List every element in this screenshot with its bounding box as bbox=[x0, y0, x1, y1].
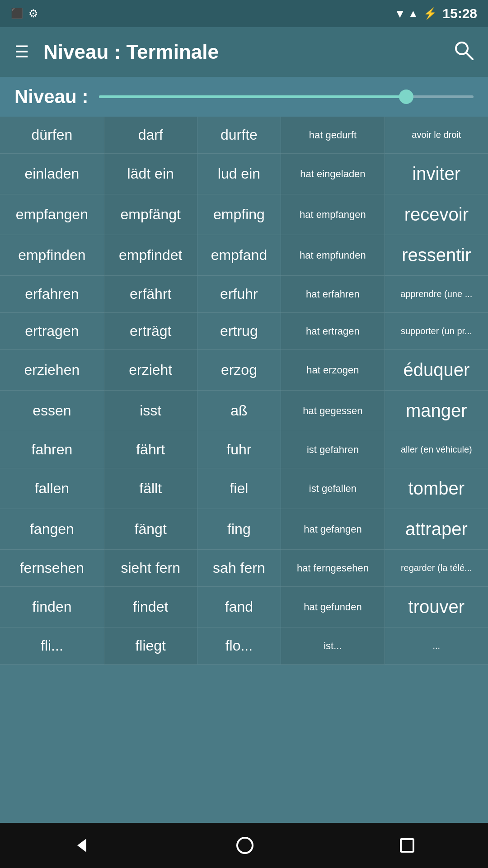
table-row[interactable]: fernsehen sieht fern sah fern hat fernge… bbox=[0, 550, 488, 587]
cell-preterit: fiel bbox=[197, 468, 281, 509]
cell-participe: ist gefahren bbox=[281, 431, 385, 468]
cell-infinitiv: erfahren bbox=[0, 276, 104, 313]
cell-french: tomber bbox=[385, 468, 488, 509]
table-row[interactable]: empfangen empfängt empfing hat empfangen… bbox=[0, 194, 488, 235]
signal-icon: ▲ bbox=[408, 8, 418, 19]
cell-present: lädt ein bbox=[104, 154, 197, 194]
cell-participe: hat gefangen bbox=[281, 509, 385, 550]
cell-present: findet bbox=[104, 587, 197, 627]
cell-infinitiv: fallen bbox=[0, 468, 104, 509]
cell-preterit: fing bbox=[197, 509, 281, 550]
table-row[interactable]: fli... fliegt flo... ist... ... bbox=[0, 627, 488, 665]
table-row[interactable]: essen isst aß hat gegessen manger bbox=[0, 391, 488, 431]
cell-participe: hat erzogen bbox=[281, 350, 385, 391]
cell-infinitiv: fernsehen bbox=[0, 550, 104, 587]
svg-rect-4 bbox=[401, 839, 413, 852]
slider-thumb[interactable] bbox=[399, 90, 413, 104]
cell-present: isst bbox=[104, 391, 197, 431]
cell-present: empfängt bbox=[104, 194, 197, 235]
recent-apps-button[interactable] bbox=[381, 832, 433, 859]
table-row[interactable]: fangen fängt fing hat gefangen attraper bbox=[0, 509, 488, 550]
cell-french: apprendre (une ... bbox=[385, 276, 488, 313]
menu-icon[interactable]: ☰ bbox=[14, 44, 29, 60]
svg-point-3 bbox=[237, 838, 253, 853]
svg-marker-2 bbox=[77, 839, 86, 852]
word-table: dürfen darf durfte hat gedurft avoir le … bbox=[0, 117, 488, 665]
cell-infinitiv: fahren bbox=[0, 431, 104, 468]
cell-participe: ist gefallen bbox=[281, 468, 385, 509]
cell-participe: hat empfangen bbox=[281, 194, 385, 235]
cell-french: avoir le droit bbox=[385, 117, 488, 154]
cell-preterit: aß bbox=[197, 391, 281, 431]
app-title: Niveau : Terminale bbox=[43, 41, 454, 63]
cell-participe: hat erfahren bbox=[281, 276, 385, 313]
search-icon[interactable] bbox=[454, 40, 474, 64]
cell-participe: hat ertragen bbox=[281, 313, 385, 350]
table-row[interactable]: fallen fällt fiel ist gefallen tomber bbox=[0, 468, 488, 509]
cell-infinitiv: dürfen bbox=[0, 117, 104, 154]
cell-preterit: fand bbox=[197, 587, 281, 627]
cell-participe: ist... bbox=[281, 627, 385, 665]
cell-preterit: empfing bbox=[197, 194, 281, 235]
back-button[interactable] bbox=[55, 831, 109, 860]
cell-french: regarder (la télé... bbox=[385, 550, 488, 587]
cell-participe: hat ferngesehen bbox=[281, 550, 385, 587]
cell-french: aller (en véhicule) bbox=[385, 431, 488, 468]
level-label: Niveau : bbox=[14, 86, 88, 108]
word-table-container: dürfen darf durfte hat gedurft avoir le … bbox=[0, 117, 488, 823]
image-icon: ⬛ bbox=[11, 8, 23, 19]
level-bar: Niveau : bbox=[0, 77, 488, 117]
cell-present: darf bbox=[104, 117, 197, 154]
table-row[interactable]: dürfen darf durfte hat gedurft avoir le … bbox=[0, 117, 488, 154]
cell-french: éduquer bbox=[385, 350, 488, 391]
cell-participe: hat gefunden bbox=[281, 587, 385, 627]
cell-preterit: flo... bbox=[197, 627, 281, 665]
slider-fill bbox=[99, 95, 406, 98]
cell-present: empfindet bbox=[104, 235, 197, 276]
cell-infinitiv: empfinden bbox=[0, 235, 104, 276]
cell-preterit: erfuhr bbox=[197, 276, 281, 313]
level-slider[interactable] bbox=[99, 94, 474, 99]
cell-present: sieht fern bbox=[104, 550, 197, 587]
app-bar: ☰ Niveau : Terminale bbox=[0, 27, 488, 77]
table-row[interactable]: erziehen erzieht erzog hat erzogen éduqu… bbox=[0, 350, 488, 391]
cell-present: erfährt bbox=[104, 276, 197, 313]
cell-preterit: durfte bbox=[197, 117, 281, 154]
bottom-nav bbox=[0, 823, 488, 868]
table-row[interactable]: fahren fährt fuhr ist gefahren aller (en… bbox=[0, 431, 488, 468]
cell-infinitiv: fli... bbox=[0, 627, 104, 665]
cell-french: supporter (un pr... bbox=[385, 313, 488, 350]
cell-infinitiv: finden bbox=[0, 587, 104, 627]
cell-french: recevoir bbox=[385, 194, 488, 235]
status-bar: ⬛ ⚙ ▾ ▲ ⚡ 15:28 bbox=[0, 0, 488, 27]
table-row[interactable]: empfinden empfindet empfand hat empfunde… bbox=[0, 235, 488, 276]
table-row[interactable]: einladen lädt ein lud ein hat eingeladen… bbox=[0, 154, 488, 194]
status-bar-right: ▾ ▲ ⚡ 15:28 bbox=[397, 6, 477, 21]
cell-infinitiv: erziehen bbox=[0, 350, 104, 391]
cell-french: inviter bbox=[385, 154, 488, 194]
cell-infinitiv: essen bbox=[0, 391, 104, 431]
cell-french: ... bbox=[385, 627, 488, 665]
cell-preterit: sah fern bbox=[197, 550, 281, 587]
cell-french: trouver bbox=[385, 587, 488, 627]
cell-infinitiv: fangen bbox=[0, 509, 104, 550]
cell-french: manger bbox=[385, 391, 488, 431]
battery-icon: ⚡ bbox=[423, 7, 437, 20]
cell-participe: hat gedurft bbox=[281, 117, 385, 154]
table-row[interactable]: finden findet fand hat gefunden trouver bbox=[0, 587, 488, 627]
cell-preterit: erzog bbox=[197, 350, 281, 391]
cell-french: ressentir bbox=[385, 235, 488, 276]
cell-present: fliegt bbox=[104, 627, 197, 665]
table-row[interactable]: erfahren erfährt erfuhr hat erfahren app… bbox=[0, 276, 488, 313]
cell-present: erzieht bbox=[104, 350, 197, 391]
cell-participe: hat eingeladen bbox=[281, 154, 385, 194]
svg-line-1 bbox=[466, 53, 473, 59]
wifi-icon: ▾ bbox=[397, 7, 403, 21]
cell-infinitiv: empfangen bbox=[0, 194, 104, 235]
home-button[interactable] bbox=[218, 831, 272, 860]
bug-icon: ⚙ bbox=[28, 7, 38, 20]
cell-preterit: fuhr bbox=[197, 431, 281, 468]
clock: 15:28 bbox=[442, 6, 477, 21]
table-row[interactable]: ertragen erträgt ertrug hat ertragen sup… bbox=[0, 313, 488, 350]
status-bar-left: ⬛ ⚙ bbox=[11, 7, 38, 20]
